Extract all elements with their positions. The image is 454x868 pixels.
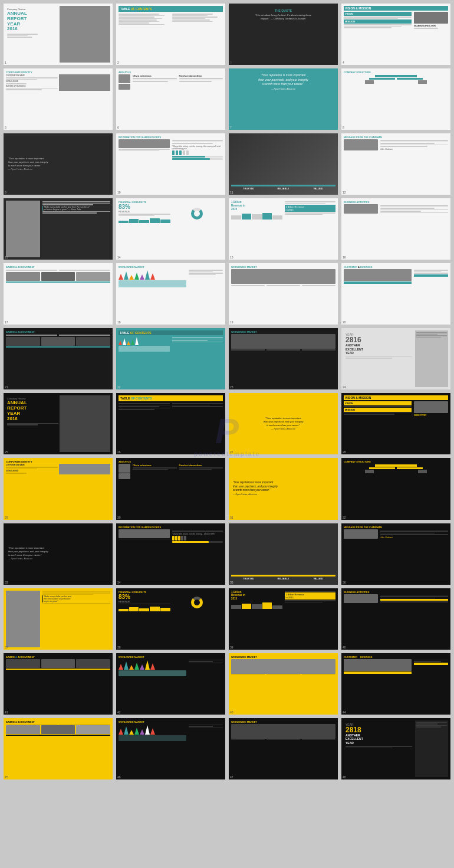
slide-number-12: 12: [343, 191, 346, 194]
s38-donut: [191, 597, 203, 608]
slide-number-24: 24: [343, 385, 346, 389]
s40-title: BUSINESS ACTIVITIES: [344, 591, 448, 594]
slide-16[interactable]: BUSINESS ACTIVITIES 16: [341, 198, 450, 260]
slide-number-10: 10: [117, 191, 121, 194]
slide-47[interactable]: WORLDWIDE MARKET 47: [229, 718, 338, 779]
s20-title: CUSTOMER & BUSINESS: [344, 266, 448, 268]
slide-11[interactable]: TRUSTED RELIABLE VALUED 11: [229, 133, 338, 195]
slide-29[interactable]: CORPORATE IDENTITY CORPORATION NAME ESTA…: [4, 458, 113, 519]
s17-img1: [6, 272, 40, 281]
slide-number-26: 26: [117, 450, 121, 454]
slide-20[interactable]: CUSTOMER & BUSINESS 20: [341, 263, 450, 325]
slide-36[interactable]: MESSAGE FROM THE CHAIRMAN John Graham 36: [341, 523, 450, 585]
slide-number-38: 38: [117, 646, 121, 649]
slide-48[interactable]: YEAR 2818 ANOTHEREXCELLENTYEAR: [341, 718, 450, 779]
slide-38[interactable]: FINANCIAL HIGHLIGHTS 83% REVENUE: [116, 588, 225, 650]
slide-44[interactable]: CUSTOMER & BUSINESS 44: [341, 653, 450, 715]
slide-18[interactable]: WORLDWIDE MARKET: [116, 263, 225, 325]
s23-img: [231, 334, 335, 349]
s33-content: "Your reputation is more importantthan y…: [6, 545, 51, 562]
slide-number-14: 14: [117, 256, 121, 259]
slide-39[interactable]: 1 BillionRevenue in2015 1 Billion Revenu…: [229, 588, 338, 650]
slide-22[interactable]: TABLE OF CONTENTS: [116, 328, 225, 389]
slide-23[interactable]: WORLDWIDE MARKET 23: [229, 328, 338, 389]
slide-5[interactable]: CORPORATE IDENTITY CORPORATION NAME ESTA…: [4, 68, 113, 130]
s32-title: COMPANY STRUCTURE: [344, 460, 448, 463]
slide-41[interactable]: AWARD & ACHIEVEMENT 41: [4, 653, 113, 715]
slide-15[interactable]: 1 BillionRevenue in2015 1 Billion Revenu…: [229, 198, 338, 260]
s29-title: CORPORATE IDENTITY: [6, 460, 110, 463]
s13-quote: "Make every dollar perfect and then the …: [42, 206, 110, 211]
s22-triangles: [119, 336, 170, 345]
s16-img: [344, 204, 378, 214]
slide-13[interactable]: "Make every dollar perfect and then the …: [4, 198, 113, 260]
slide-31[interactable]: "Your reputation is more importantthan y…: [229, 458, 338, 519]
s38-percent: 83%: [119, 594, 170, 600]
slide-3[interactable]: THE QUOTE "It is not about being the bes…: [229, 4, 338, 65]
slide-42[interactable]: WORLDWIDE MARKET: [116, 653, 225, 715]
s44-bar: [344, 672, 412, 674]
slide-4[interactable]: VISION & MISSION VISION MISSION: [341, 4, 450, 65]
s22-map: [119, 346, 170, 352]
slide-number-47: 47: [230, 775, 233, 779]
slide-30[interactable]: ABOUT US Olivia valentinus Ramhari damon…: [116, 458, 225, 519]
s28-header: VISION & MISSION: [344, 395, 448, 400]
s5-nature: NATURE OF BUSINESS: [6, 85, 58, 87]
slide-7[interactable]: "Your reputation is more importantthan y…: [229, 68, 338, 130]
s9-content: "Your reputation is more importantthan y…: [6, 155, 51, 173]
s36-sign: John Graham: [380, 536, 448, 539]
s20-img: [344, 269, 412, 281]
slide-17[interactable]: AWARD & ACHIEVEMENT 17: [4, 263, 113, 325]
slide-number-43: 43: [230, 710, 233, 714]
s21-img3: [76, 337, 110, 346]
slide-1[interactable]: Company Review ANNUALREPORTYEAR2016 1: [4, 4, 113, 65]
slide-40[interactable]: BUSINESS ACTIVITIES 40: [341, 588, 450, 650]
slide-32[interactable]: COMPANY STRUCTURE: [341, 458, 450, 519]
s27-content: "Your reputation is more importantthan y…: [262, 415, 305, 433]
slide-10[interactable]: INFORMATION FOR SHAREHOLDERS "Chase the …: [116, 133, 225, 195]
slide-46[interactable]: WORLDWIDE MARKET: [116, 718, 225, 779]
slide-37[interactable]: "Make every dollar perfect andthen the n…: [4, 588, 113, 650]
slide-27[interactable]: "Your reputation is more importantthan y…: [229, 393, 338, 454]
slide-26[interactable]: TABLE OF CONTENTS 26: [116, 393, 225, 454]
slide-number-33: 33: [5, 581, 8, 584]
slide-6[interactable]: ABOUT US Olivia valentinus Ramhari damon…: [116, 68, 225, 130]
slide-34[interactable]: INFORMATION FOR SHAREHOLDERS "Chase the …: [116, 523, 225, 585]
s30-name1: Olivia valentinus: [133, 464, 177, 467]
slide-19[interactable]: WORLDWIDE MARKET 19: [229, 263, 338, 325]
s6-img2: [119, 84, 130, 90]
slide-45[interactable]: AWARD & ACHIEVEMENT 45: [4, 718, 113, 779]
slide-number-21: 21: [5, 385, 8, 389]
slide-28[interactable]: VISION & MISSION VISION MISSION DIREC: [341, 393, 450, 454]
slide-number-40: 40: [343, 646, 346, 649]
slide-number-39: 39: [230, 646, 233, 649]
slide-9[interactable]: "Your reputation is more importantthan y…: [4, 133, 113, 195]
s10-title: INFORMATION FOR SHAREHOLDERS: [119, 136, 223, 139]
slide-25[interactable]: Company Review ANNUALREPORTYEAR2016 25: [4, 393, 113, 454]
slide-12[interactable]: MESSAGE FROM THE CHAIRMAN John Graham 12: [341, 133, 450, 195]
slide-35[interactable]: TRUSTED RELIABLE VALUED 35: [229, 523, 338, 585]
s48-subtitle: ANOTHEREXCELLENTYEAR: [346, 733, 412, 745]
s28-vision: VISION: [344, 401, 412, 405]
s6-img1: [119, 74, 130, 83]
slide-number-2: 2: [117, 61, 119, 64]
slide-33[interactable]: "Your reputation is more importantthan y…: [4, 523, 113, 585]
slide-43[interactable]: WORLDWIDE MARKET 43: [229, 653, 338, 715]
s28-director: DIRECTOR: [414, 414, 448, 417]
s32-ceo: [375, 464, 417, 467]
s19-title: WORLDWIDE MARKET: [231, 266, 335, 268]
slide-21[interactable]: AWARD & ACHIEVEMENT 21: [4, 328, 113, 389]
slide-number-41: 41: [5, 710, 8, 714]
slide-24[interactable]: YEAR 2816 ANOTHEREXCELLENTYEAR: [341, 328, 450, 389]
s6-title: ABOUT US: [119, 71, 223, 74]
s42-title: WORLDWIDE MARKET: [119, 656, 223, 659]
s43-img: [231, 659, 335, 674]
s42-map: [119, 670, 186, 676]
s20-bar: [344, 281, 412, 284]
s41-img3: [76, 659, 110, 668]
slide-8[interactable]: COMPANY STRUCTURE: [341, 68, 450, 130]
slide-14[interactable]: FINANCIAL HIGHLIGHTS 83% REVENUE: [116, 198, 225, 260]
s47-img: [231, 724, 335, 739]
s39-box: 1 Billion Revenuein 2015: [285, 592, 336, 600]
slide-2[interactable]: TABLE OF CONTENTS: [116, 4, 225, 65]
